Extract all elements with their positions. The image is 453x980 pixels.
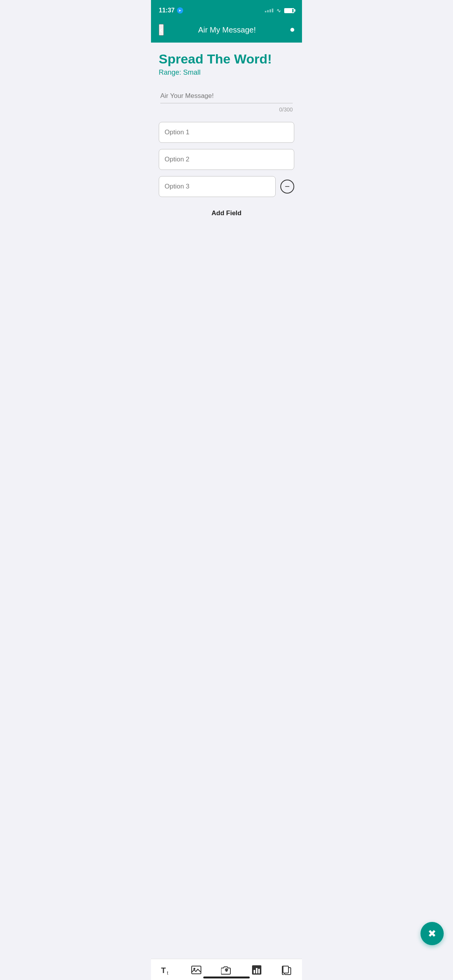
nav-dot-indicator [290,28,294,32]
option3-input[interactable] [159,176,276,197]
option1-input[interactable] [159,122,294,143]
status-icons: ∿ [265,7,294,14]
page-title: Spread The Word! [159,52,294,66]
wifi-icon: ∿ [276,7,281,14]
char-count: 0/300 [159,106,294,113]
option3-wrapper [159,176,294,197]
message-input[interactable] [160,89,293,103]
status-time: 11:37 [159,7,183,14]
option2-wrapper [159,149,294,170]
add-field-button[interactable]: Add Field [159,203,294,223]
message-input-wrapper [159,89,294,103]
main-content: Spread The Word! Range: Small 0/300 Add … [151,43,302,233]
option1-wrapper [159,122,294,143]
nav-bar: ‹ Air My Message! [151,19,302,43]
page-subtitle: Range: Small [159,69,294,77]
battery-icon [284,8,294,13]
location-icon [177,7,183,14]
nav-title: Air My Message! [198,26,256,34]
signal-dots [265,9,273,12]
back-button[interactable]: ‹ [159,24,164,36]
status-bar: 11:37 ∿ [151,0,302,19]
option2-input[interactable] [159,149,294,170]
remove-option3-button[interactable] [280,180,294,194]
